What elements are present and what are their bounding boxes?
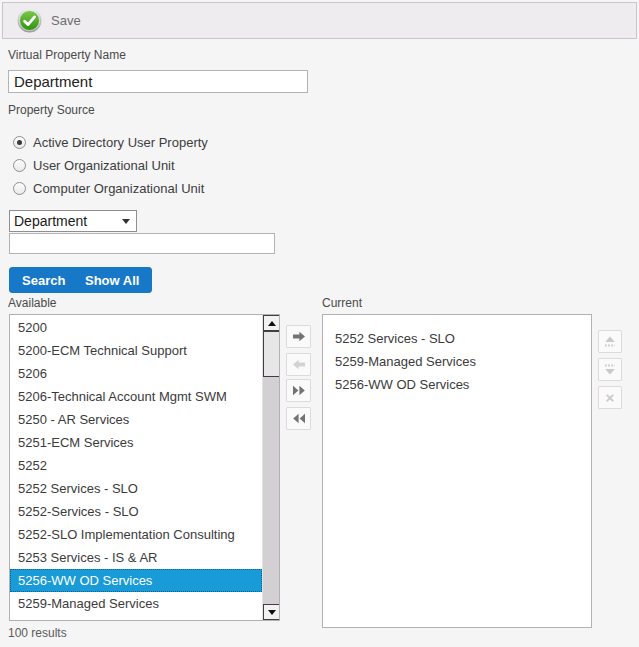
move-left-button[interactable] <box>286 353 311 376</box>
radio-button-icon <box>13 159 26 172</box>
move-all-right-button[interactable] <box>286 379 311 402</box>
available-list-item[interactable]: 5253 Services - IS & AR <box>10 546 262 569</box>
available-label: Available <box>8 296 56 310</box>
remove-x-icon: × <box>606 390 615 405</box>
double-arrow-right-icon <box>292 385 306 396</box>
scroll-up-icon <box>268 321 276 326</box>
move-right-button[interactable] <box>286 325 311 348</box>
move-down-icon <box>603 363 617 376</box>
available-list-item[interactable]: 5259-Managed Services <box>10 592 262 615</box>
arrow-right-icon <box>292 331 306 342</box>
available-list-item[interactable]: 5252-SLO Implementation Consulting <box>10 523 262 546</box>
current-list-item[interactable]: 5252 Services - SLO <box>323 327 591 350</box>
search-filter-input[interactable] <box>9 233 275 254</box>
scroll-down-button[interactable] <box>263 604 280 620</box>
list-item-label: 5250 - AR Services <box>18 412 129 427</box>
list-item-label: 5252-Services - SLO <box>18 504 139 519</box>
move-up-button[interactable] <box>598 330 622 353</box>
current-list-item[interactable]: 5256-WW OD Services <box>323 373 591 396</box>
available-list-item[interactable]: 5206 <box>10 362 262 385</box>
list-item-label: 5200 <box>18 320 47 335</box>
search-button[interactable]: Search <box>9 267 78 293</box>
property-source-radio-group: Active Directory User Property User Orga… <box>13 131 208 200</box>
scroll-up-button[interactable] <box>263 315 280 331</box>
list-item-label: 5259-Managed Services <box>18 596 159 611</box>
available-list-item[interactable]: 5256-WW OD Services <box>10 569 262 592</box>
current-list-item[interactable]: 5259-Managed Services <box>323 350 591 373</box>
move-all-left-button[interactable] <box>286 407 311 430</box>
property-select[interactable]: Department <box>9 210 137 232</box>
list-item-label: 5206 <box>18 366 47 381</box>
available-list-item[interactable]: 5252 <box>10 454 262 477</box>
available-list-item[interactable]: 5250 - AR Services <box>10 408 262 431</box>
list-item-label: 5252 <box>18 458 47 473</box>
save-button[interactable]: Save <box>3 8 81 33</box>
list-item-label: 5252 Services - SLO <box>18 481 138 496</box>
move-up-icon <box>603 335 617 348</box>
save-button-label: Save <box>51 13 81 28</box>
available-listbox[interactable]: 5200 5200-ECM Technical Support 5206 520… <box>9 314 280 621</box>
list-item-label: 5206-Technical Account Mgmt SWM <box>18 389 227 404</box>
list-item-label: 5256-WW OD Services <box>18 573 152 588</box>
list-item-label: 5252-SLO Implementation Consulting <box>18 527 235 542</box>
property-select-value: Department <box>14 213 87 229</box>
available-list-item[interactable]: 5252 Services - SLO <box>10 477 262 500</box>
available-list-item[interactable]: 5206-Technical Account Mgmt SWM <box>10 385 262 408</box>
move-down-button[interactable] <box>598 358 622 381</box>
list-item-label: 5253 Services - IS & AR <box>18 550 157 565</box>
list-item-label: 5300 <box>18 619 47 621</box>
show-all-button[interactable]: Show All <box>72 267 152 293</box>
toolbar: Save <box>2 2 637 39</box>
available-list-item[interactable]: 5252-Services - SLO <box>10 500 262 523</box>
list-item-label: 5252 Services - SLO <box>335 331 455 346</box>
available-list-item[interactable]: 5200-ECM Technical Support <box>10 339 262 362</box>
save-check-icon <box>17 8 42 33</box>
radio-option-label: Active Directory User Property <box>33 135 208 150</box>
current-listbox[interactable]: 5252 Services - SLO 5259-Managed Service… <box>322 314 592 628</box>
results-count: 100 results <box>8 626 67 640</box>
property-source-label: Property Source <box>8 103 95 117</box>
virtual-property-name-input[interactable] <box>8 70 308 93</box>
available-scrollbar[interactable] <box>262 315 279 620</box>
radio-option[interactable]: User Organizational Unit <box>13 154 208 177</box>
radio-option-label: User Organizational Unit <box>33 158 175 173</box>
double-arrow-left-icon <box>292 413 306 424</box>
list-item-label: 5251-ECM Services <box>18 435 134 450</box>
radio-button-icon <box>13 136 26 149</box>
list-item-label: 5200-ECM Technical Support <box>18 343 187 358</box>
scrollbar-thumb[interactable] <box>263 331 280 377</box>
virtual-property-name-label: Virtual Property Name <box>8 48 126 62</box>
virtual-property-editor: Save Virtual Property Name Property Sour… <box>0 0 639 647</box>
radio-option[interactable]: Computer Organizational Unit <box>13 177 208 200</box>
scroll-down-icon <box>268 610 276 615</box>
available-list-item[interactable]: 5300 <box>10 615 262 621</box>
available-list-item[interactable]: 5251-ECM Services <box>10 431 262 454</box>
radio-option-label: Computer Organizational Unit <box>33 181 204 196</box>
arrow-left-icon <box>292 359 306 370</box>
dropdown-arrow-icon <box>122 219 130 224</box>
radio-option[interactable]: Active Directory User Property <box>13 131 208 154</box>
radio-button-icon <box>13 182 26 195</box>
list-item-label: 5256-WW OD Services <box>335 377 469 392</box>
available-list-item[interactable]: 5200 <box>10 316 262 339</box>
current-label: Current <box>322 296 362 310</box>
remove-button[interactable]: × <box>598 386 622 409</box>
list-item-label: 5259-Managed Services <box>335 354 476 369</box>
